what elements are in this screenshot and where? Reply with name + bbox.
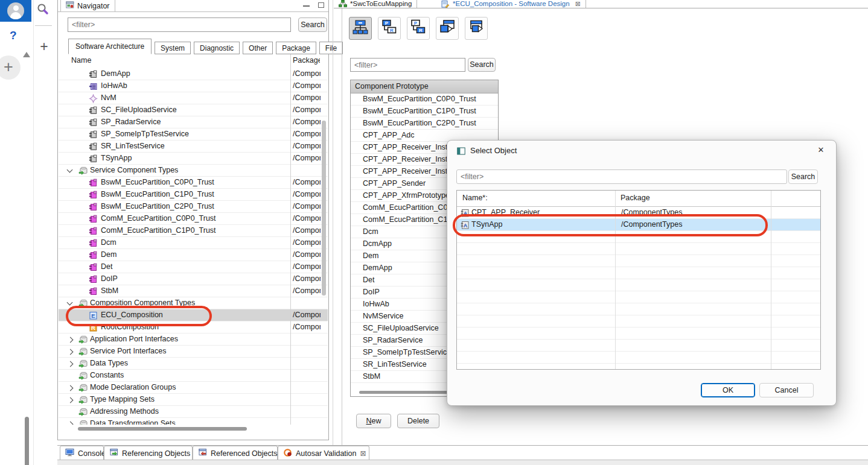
tree-row-application-port-interfaces[interactable]: Application Port Interfaces <box>59 334 328 346</box>
tree-row-tsynapp[interactable]: TSynApp/ComponentTypes <box>59 153 328 165</box>
navigator-search-button[interactable]: Search <box>298 17 327 32</box>
application-type-icon: A <box>461 209 469 217</box>
plus-icon[interactable]: + <box>37 39 51 54</box>
search-icon[interactable] <box>36 2 49 16</box>
collapse-arrow-icon[interactable] <box>23 52 30 57</box>
expander-icon[interactable] <box>68 422 74 425</box>
tree-row-comm-ecucpartition-c1p0-trust[interactable]: sComM_EcucPartition_C1P0_Trust/Component… <box>59 225 328 237</box>
editor-tab-ecu-composition-software-design[interactable]: *ECU_Composition - Software Design⊠ <box>436 0 586 8</box>
tab-system[interactable]: System <box>155 42 191 54</box>
component-prototype-header: Component Prototype <box>351 80 498 93</box>
prototype-row-bswm-ecucpartition-c1p0-trust[interactable]: BswM_EcucPartition_C1P0_Trust <box>351 106 498 118</box>
cancel-button[interactable]: Cancel <box>759 383 814 397</box>
expander-icon[interactable] <box>67 167 73 173</box>
dialog-row-cpt-app-receiver[interactable]: ACPT_APP_Receiver/ComponentTypes <box>457 207 820 219</box>
tree-row-dem[interactable]: sDem/ComponentTypes <box>59 249 328 261</box>
tree-row-sp-someiptptestservice[interactable]: SP_SomeIpTpTestService/ComponentTypes <box>59 128 328 141</box>
expander-icon[interactable] <box>68 397 74 403</box>
view-tab-referenced-objects[interactable]: Referenced Objects <box>193 446 278 460</box>
view-tab-autosar-validation[interactable]: Autosar Validation⊠ <box>278 446 369 460</box>
open-diagram-button[interactable] <box>436 17 459 40</box>
package-column-header[interactable]: Package <box>293 56 320 65</box>
expander-icon[interactable] <box>68 385 74 391</box>
name-column-header[interactable]: Name <box>71 56 91 65</box>
tab-close-icon[interactable]: ⊠ <box>360 449 366 458</box>
bottom-strip <box>57 460 868 465</box>
account-button[interactable] <box>0 0 31 22</box>
provider-requester-view-button[interactable]: PR <box>378 17 401 40</box>
new-button[interactable]: New <box>356 414 391 428</box>
tree-row-service-port-interfaces[interactable]: Service Port Interfaces <box>59 346 328 358</box>
dialog-row-tsynapp[interactable]: ATSynApp/ComponentTypes <box>457 219 820 231</box>
expander-icon[interactable] <box>67 300 73 306</box>
composition-hierarchy-button[interactable] <box>349 17 372 40</box>
tab-close-icon[interactable]: ⊠ <box>575 0 581 7</box>
expander-icon[interactable] <box>68 349 74 355</box>
help-icon[interactable]: ? <box>10 29 22 43</box>
view-tab-console[interactable]: Console <box>60 446 104 460</box>
tree-row-sr-lintestservice[interactable]: SR_LinTestService/ComponentTypes <box>59 141 328 153</box>
tree-row-demapp[interactable]: DemApp/ComponentTypes <box>59 68 328 80</box>
tree-row-sc-fileuploadservice[interactable]: SC_FileUploadService/ComponentTypes <box>59 104 328 116</box>
tab-other[interactable]: Other <box>243 42 273 54</box>
panel-sash[interactable] <box>333 0 333 445</box>
expander-icon[interactable] <box>68 361 74 367</box>
tree-row-stbm[interactable]: sStbM/ComponentTypes <box>59 285 328 297</box>
maximize-icon[interactable] <box>318 2 324 8</box>
prototype-filter-input[interactable] <box>350 58 465 72</box>
add-button[interactable]: + <box>0 55 21 80</box>
tree-row-dcm[interactable]: sDcm/ComponentTypes <box>59 237 328 249</box>
minimize-icon[interactable] <box>303 5 310 7</box>
dialog-filter-input[interactable] <box>456 169 787 184</box>
tree-row-iohwab[interactable]: IoHwAb/ComponentTypes <box>59 80 328 92</box>
delete-button[interactable]: Delete <box>397 414 439 428</box>
navigator-filter-input[interactable] <box>68 17 291 32</box>
tree-row-sp-radarservice[interactable]: SP_RadarService/ComponentTypes <box>59 116 328 128</box>
tree-row-mode-declaration-groups[interactable]: Mode Declaration Groups <box>59 382 328 394</box>
dialog-package-column-header[interactable]: Package <box>621 194 650 202</box>
dialog-row-package: /ComponentTypes <box>621 219 682 230</box>
dialog-search-button[interactable]: Search <box>788 169 818 184</box>
dialog-close-icon[interactable]: ✕ <box>813 144 829 156</box>
tree-row-data-types[interactable]: Data Types <box>59 358 328 370</box>
tree-row-data-transformation-sets[interactable]: Data Transformation Sets <box>59 418 328 425</box>
swdesign-icon <box>441 0 450 9</box>
tree-row-bswm-ecucpartition-c0p0-trust[interactable]: sBswM_EcucPartition_C0P0_Trust/Component… <box>59 177 328 189</box>
navigator-view-tab[interactable]: Navigator <box>60 0 115 11</box>
tree-row-det[interactable]: sDet/ComponentTypes <box>59 261 328 273</box>
tab-file[interactable]: File <box>319 42 343 54</box>
tree-row-addressing-methods[interactable]: Addressing Methods <box>59 406 328 418</box>
expander-icon[interactable] <box>68 337 74 343</box>
root-icon: R <box>89 323 98 332</box>
tree-row-type-mapping-sets[interactable]: Type Mapping Sets <box>59 394 328 406</box>
navigator-horizontal-scrollbar[interactable] <box>78 427 247 431</box>
tree-row-comm-ecucpartition-c0p0-trust[interactable]: sComM_EcucPartition_C0P0_Trust/Component… <box>59 213 328 225</box>
tab-package[interactable]: Package <box>276 42 316 54</box>
prototype-search-button[interactable]: Search <box>468 58 496 72</box>
open-subdiagram-button[interactable] <box>465 17 488 40</box>
tree-row-rootcomposition[interactable]: RRootComposition/ComponentTypes <box>59 321 328 334</box>
tree-row-constants[interactable]: Constants <box>59 370 328 382</box>
tree-row-bswm-ecucpartition-c2p0-trust[interactable]: sBswM_EcucPartition_C2P0_Trust/Component… <box>59 201 328 213</box>
ok-button[interactable]: OK <box>701 383 755 397</box>
dialog-empty-row <box>457 352 820 364</box>
tree-row-package: /ComponentTypes <box>293 68 321 80</box>
tree-row-nvm[interactable]: NvM/ComponentTypes <box>59 92 328 104</box>
tree-row-label: Data Types <box>90 358 128 369</box>
navigator-vertical-scrollbar[interactable] <box>322 121 326 296</box>
tree-row-doip[interactable]: sDoIP/ComponentTypes <box>59 273 328 285</box>
tab-software-architecture[interactable]: Software Architecture <box>68 39 152 54</box>
left-scrollbar-thumb[interactable] <box>25 417 29 465</box>
tab-diagnostic[interactable]: Diagnostic <box>194 42 240 54</box>
provider-requester-alt-view-button[interactable]: PR <box>407 17 430 40</box>
tree-row-composition-component-types[interactable]: Composition Component Types <box>59 297 328 309</box>
tree-row-service-component-types[interactable]: Service Component Types <box>59 165 328 177</box>
editor-tab-swctoecumapping[interactable]: *SwcToEcuMapping <box>334 0 417 8</box>
tree-row-package: /ComponentTypes <box>293 213 321 224</box>
prototype-row-bswm-ecucpartition-c0p0-trust[interactable]: BswM_EcucPartition_C0P0_Trust <box>351 93 498 106</box>
tree-row-ecu-composition[interactable]: EECU_Composition/ComponentTypes <box>59 309 328 321</box>
tree-row-bswm-ecucpartition-c1p0-trust[interactable]: sBswM_EcucPartition_C1P0_Trust/Component… <box>59 189 328 201</box>
dialog-name-column-header[interactable]: Name*: <box>462 194 488 202</box>
view-tab-referencing-objects[interactable]: Referencing Objects <box>104 446 193 460</box>
prototype-row-bswm-ecucpartition-c2p0-trust[interactable]: BswM_EcucPartition_C2P0_Trust <box>351 118 498 130</box>
